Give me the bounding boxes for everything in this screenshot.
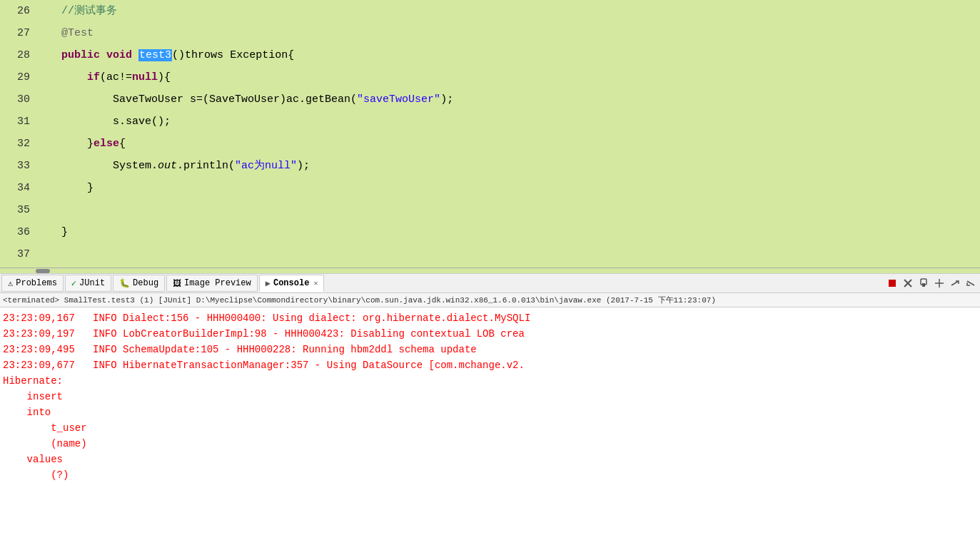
minimize-button[interactable] — [949, 277, 961, 290]
stop-button[interactable] — [886, 277, 899, 290]
console-line-8: t_user — [0, 420, 980, 436]
console-output: 23:23:09,167 INFO Dialect:156 - HHH00040… — [0, 307, 980, 560]
code-line-28: 28 public void test3()throws Exception{ — [0, 44, 980, 66]
problems-icon: ⚠ — [8, 278, 13, 289]
horizontal-scrollbar[interactable] — [0, 268, 980, 273]
svg-rect-4 — [922, 283, 925, 287]
code-line-29: 29 if(ac!=null){ — [0, 66, 980, 88]
tab-junit[interactable]: ✓ JUnit — [65, 275, 111, 292]
junit-icon: ✓ — [71, 278, 76, 289]
console-line-2: 23:23:09,197 INFO LobCreatorBuilderImpl:… — [0, 326, 980, 342]
code-line-30: 30 SaveTwoUser s=(SaveTwoUser)ac.getBean… — [0, 88, 980, 111]
code-line-31: 31 s.save(); — [0, 111, 980, 133]
tab-bar: ⚠ Problems ✓ JUnit 🐛 Debug 🖼 Image Previ… — [0, 273, 980, 293]
debug-icon: 🐛 — [119, 278, 130, 289]
scrollbar-thumb[interactable] — [36, 269, 50, 273]
code-line-37: 37 — [0, 243, 980, 265]
svg-line-8 — [967, 281, 974, 285]
console-line-6: insert — [0, 389, 980, 404]
tab-console-label: Console — [273, 278, 309, 288]
console-line-5: Hibernate: — [0, 373, 980, 389]
tab-console[interactable]: ▶ Console ✕ — [259, 275, 325, 292]
console-icon: ▶ — [266, 278, 271, 289]
code-line-26: 26 //测试事务 — [0, 0, 980, 22]
code-line-32: 32 }else{ — [0, 133, 980, 155]
image-preview-icon: 🖼 — [173, 278, 181, 289]
code-line-33: 33 System.out.println("ac为null"); — [0, 155, 980, 177]
code-line-35: 35 — [0, 199, 980, 221]
tab-junit-label: JUnit — [79, 278, 105, 288]
bottom-panel: ⚠ Problems ✓ JUnit 🐛 Debug 🖼 Image Previ… — [0, 273, 980, 560]
terminated-status-bar: <terminated> SmallTest.test3 (1) [JUnit]… — [0, 293, 980, 307]
tab-debug-label: Debug — [133, 278, 158, 288]
console-line-10: values — [0, 452, 980, 467]
tab-image-preview-label: Image Preview — [184, 278, 251, 288]
code-editor: 26 //测试事务 27 @Test 28 public void test3(… — [0, 0, 980, 268]
svg-line-7 — [951, 281, 959, 285]
terminated-text: <terminated> SmallTest.test3 (1) [JUnit]… — [3, 295, 716, 305]
maximize-button[interactable] — [964, 277, 977, 290]
console-line-1: 23:23:09,167 INFO Dialect:156 - HHH00040… — [0, 310, 980, 326]
console-line-11: (?) — [0, 467, 980, 483]
console-line-7: into — [0, 404, 980, 420]
code-line-34: 34 } — [0, 177, 980, 199]
pin-button[interactable] — [933, 277, 946, 290]
tab-image-preview[interactable]: 🖼 Image Preview — [166, 275, 258, 292]
svg-rect-0 — [889, 280, 896, 287]
scroll-lock-button[interactable] — [917, 277, 930, 290]
console-close-icon[interactable]: ✕ — [313, 279, 318, 287]
console-line-4: 23:23:09,677 INFO HibernateTransactionMa… — [0, 357, 980, 373]
console-line-9: (name) — [0, 436, 980, 452]
clear-console-button[interactable] — [901, 277, 914, 290]
code-line-36: 36 } — [0, 221, 980, 243]
tab-problems-label: Problems — [16, 278, 57, 288]
tab-debug[interactable]: 🐛 Debug — [113, 275, 165, 292]
tab-bar-toolbar — [886, 277, 980, 290]
code-line-27: 27 @Test — [0, 22, 980, 44]
tab-problems[interactable]: ⚠ Problems — [1, 275, 64, 292]
console-line-3: 23:23:09,495 INFO SchemaUpdate:105 - HHH… — [0, 342, 980, 357]
